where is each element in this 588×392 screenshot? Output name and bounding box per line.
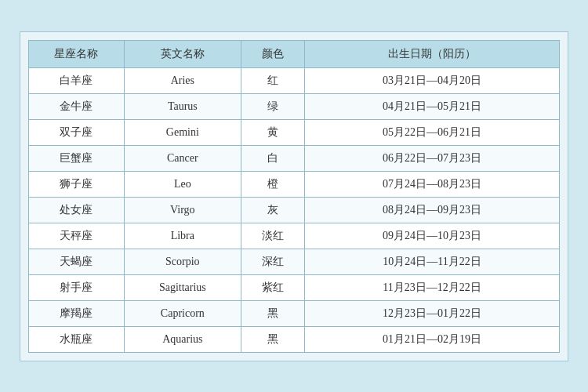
zodiac-table: 星座名称 英文名称 颜色 出生日期（阳历） 白羊座Aries红03月21日—04… [28,40,560,353]
table-row: 金牛座Taurus绿04月21日—05月21日 [29,93,560,119]
cell-chinese: 天蝎座 [29,249,125,274]
cell-color: 橙 [241,171,304,197]
cell-date: 03月21日—04月20日 [305,67,560,93]
cell-english: Capricorn [124,300,241,326]
cell-english: Cancer [124,145,241,171]
cell-chinese: 双子座 [29,119,125,145]
table-row: 处女座Virgo灰08月24日—09月23日 [29,197,560,223]
table-row: 射手座Sagittarius紫红11月23日—12月22日 [29,274,560,300]
cell-color: 灰 [241,197,304,223]
cell-english: Aquarius [124,326,241,352]
cell-english: Gemini [124,119,241,145]
cell-color: 黑 [241,326,304,352]
table-header-row: 星座名称 英文名称 颜色 出生日期（阳历） [29,40,560,67]
cell-date: 12月23日—01月22日 [305,300,560,326]
cell-date: 07月24日—08月23日 [305,171,560,197]
table-row: 水瓶座Aquarius黑01月21日—02月19日 [29,326,560,352]
cell-color: 深红 [241,249,304,274]
cell-english: Sagittarius [124,274,241,300]
cell-chinese: 处女座 [29,197,125,223]
cell-color: 白 [241,145,304,171]
cell-color: 红 [241,67,304,93]
cell-chinese: 白羊座 [29,67,125,93]
cell-date: 09月24日—10月23日 [305,223,560,249]
table-row: 天蝎座Scorpio深红10月24日—11月22日 [29,249,560,274]
cell-english: Leo [124,171,241,197]
cell-english: Taurus [124,93,241,119]
table-row: 摩羯座Capricorn黑12月23日—01月22日 [29,300,560,326]
cell-chinese: 金牛座 [29,93,125,119]
cell-date: 01月21日—02月19日 [305,326,560,352]
cell-color: 黄 [241,119,304,145]
cell-english: Aries [124,67,241,93]
cell-chinese: 摩羯座 [29,300,125,326]
table-row: 狮子座Leo橙07月24日—08月23日 [29,171,560,197]
cell-chinese: 水瓶座 [29,326,125,352]
cell-english: Scorpio [124,249,241,274]
table-row: 双子座Gemini黄05月22日—06月21日 [29,119,560,145]
cell-date: 06月22日—07月23日 [305,145,560,171]
cell-chinese: 射手座 [29,274,125,300]
header-color: 颜色 [241,40,304,67]
header-date: 出生日期（阳历） [305,40,560,67]
cell-chinese: 狮子座 [29,171,125,197]
cell-chinese: 天秤座 [29,223,125,249]
table-row: 巨蟹座Cancer白06月22日—07月23日 [29,145,560,171]
cell-color: 黑 [241,300,304,326]
table-row: 白羊座Aries红03月21日—04月20日 [29,67,560,93]
cell-date: 08月24日—09月23日 [305,197,560,223]
cell-date: 05月22日—06月21日 [305,119,560,145]
cell-date: 11月23日—12月22日 [305,274,560,300]
header-chinese: 星座名称 [29,40,125,67]
cell-date: 04月21日—05月21日 [305,93,560,119]
cell-english: Virgo [124,197,241,223]
cell-english: Libra [124,223,241,249]
cell-color: 绿 [241,93,304,119]
table-row: 天秤座Libra淡红09月24日—10月23日 [29,223,560,249]
main-container: 星座名称 英文名称 颜色 出生日期（阳历） 白羊座Aries红03月21日—04… [20,31,568,361]
cell-color: 紫红 [241,274,304,300]
header-english: 英文名称 [124,40,241,67]
cell-chinese: 巨蟹座 [29,145,125,171]
cell-date: 10月24日—11月22日 [305,249,560,274]
cell-color: 淡红 [241,223,304,249]
